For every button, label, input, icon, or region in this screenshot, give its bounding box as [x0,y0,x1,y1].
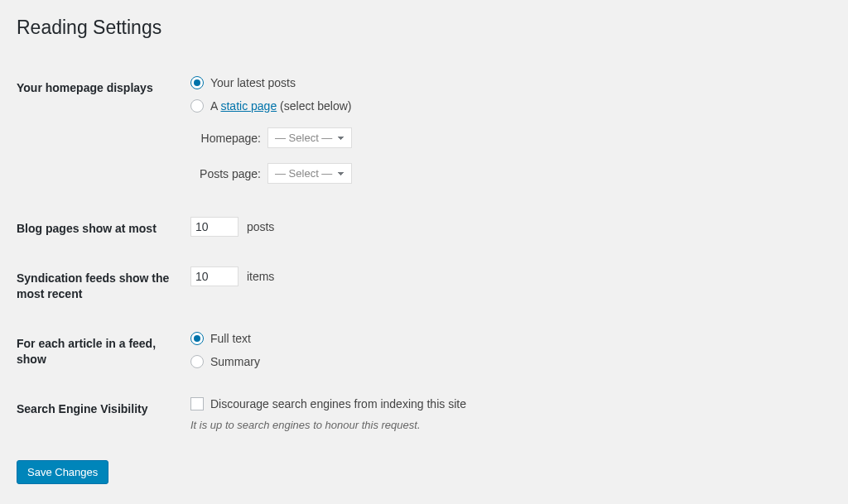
label-blog-pages: Blog pages show at most [17,204,182,254]
static-page-suffix: (select below) [277,99,351,113]
homepage-select-row: Homepage: — Select — [190,127,823,148]
settings-table: Your homepage displays Your latest posts… [17,64,831,444]
homepage-select[interactable]: — Select — [267,127,352,148]
postspage-select-row: Posts page: — Select — [190,163,823,184]
label-homepage-displays: Your homepage displays [17,64,182,204]
row-search-engine: Search Engine Visibility Discourage sear… [17,385,831,444]
radio-static-page[interactable] [190,99,204,113]
postspage-select[interactable]: — Select — [267,163,352,184]
postspage-select-label: Posts page: [190,167,261,180]
blog-pages-input[interactable] [190,217,238,237]
syndication-unit: items [247,270,274,283]
radio-full-text[interactable] [190,332,204,345]
row-feed-article: For each article in a feed, show Full te… [17,319,831,385]
search-engine-description: It is up to search engines to honour thi… [190,419,823,431]
save-changes-button[interactable]: Save Changes [17,460,108,484]
label-search-engine: Search Engine Visibility [17,385,182,444]
radio-static-page-label[interactable]: A static page (select below) [210,99,351,113]
blog-pages-unit: posts [247,220,274,233]
radio-summary-label[interactable]: Summary [210,355,260,368]
label-feed-article: For each article in a feed, show [17,319,182,385]
row-homepage-displays: Your homepage displays Your latest posts… [17,64,831,204]
static-page-link[interactable]: static page [220,99,277,113]
checkbox-discourage-indexing-label[interactable]: Discourage search engines from indexing … [210,397,466,410]
homepage-select-label: Homepage: [190,132,261,145]
label-syndication: Syndication feeds show the most recent [17,254,182,319]
radio-full-text-label[interactable]: Full text [210,332,251,345]
row-blog-pages: Blog pages show at most posts [17,204,831,254]
syndication-input[interactable] [190,266,238,286]
row-syndication: Syndication feeds show the most recent i… [17,254,831,319]
radio-latest-posts-label[interactable]: Your latest posts [210,76,296,89]
checkbox-discourage-indexing[interactable] [190,397,204,410]
static-page-prefix: A [210,99,220,113]
radio-latest-posts[interactable] [190,76,204,89]
radio-summary[interactable] [190,355,204,368]
page-title: Reading Settings [17,17,831,39]
